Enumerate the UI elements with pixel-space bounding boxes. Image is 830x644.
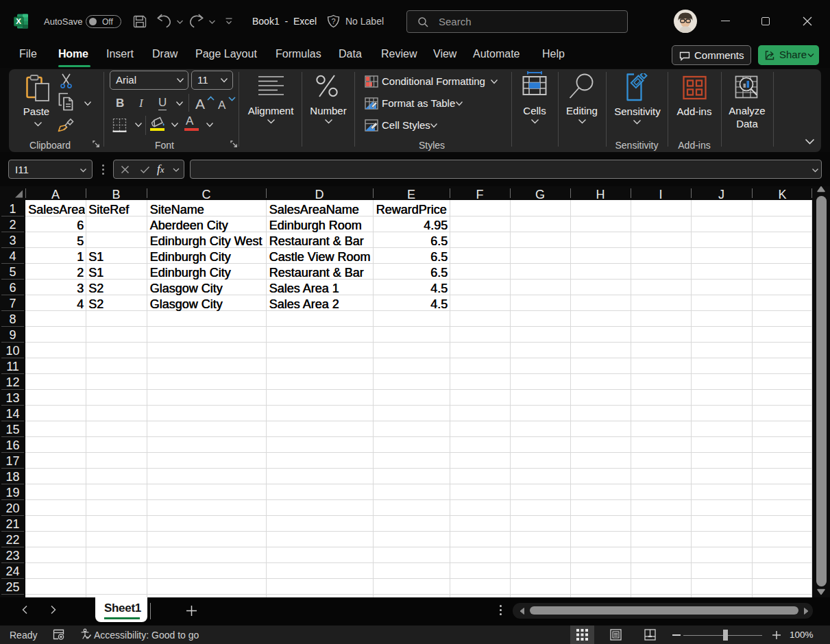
- svg-text:X: X: [16, 17, 21, 25]
- svg-text:A: A: [195, 96, 205, 110]
- svg-text:?: ?: [331, 17, 335, 25]
- svg-text:A: A: [218, 99, 226, 110]
